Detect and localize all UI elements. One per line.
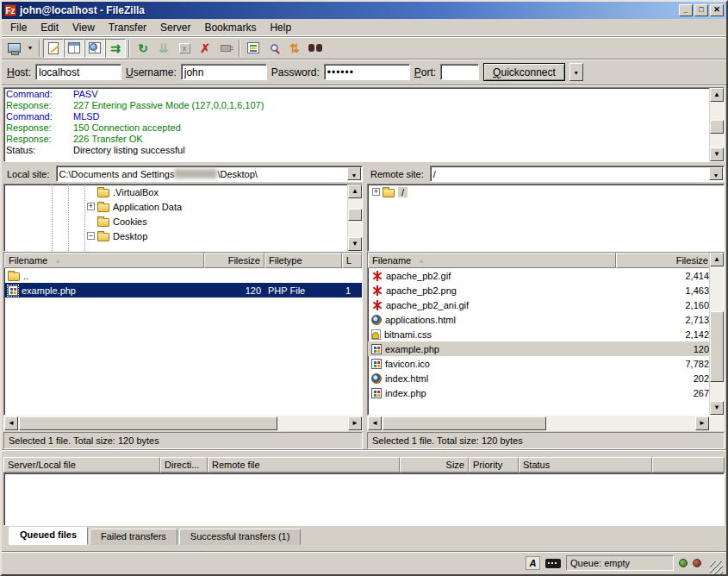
menu-server[interactable]: Server: [153, 20, 197, 35]
minimize-button[interactable]: _: [679, 4, 693, 16]
maximize-button[interactable]: □: [694, 4, 708, 16]
file-row[interactable]: apache_pb2_ani.gif 2,160: [368, 297, 724, 312]
file-row[interactable]: applications.html 2,713: [368, 312, 724, 327]
scroll-left-button[interactable]: ◄: [4, 416, 18, 430]
synchronized-browsing-button[interactable]: ⇅: [284, 39, 305, 58]
resize-grip[interactable]: [710, 561, 723, 574]
combo-dropdown-button[interactable]: ▼: [347, 167, 361, 180]
scroll-right-button[interactable]: ►: [695, 416, 709, 430]
column-header-direction[interactable]: Directi...: [160, 457, 208, 473]
password-label: Password:: [271, 66, 320, 78]
tree-item-desktop[interactable]: − Desktop: [4, 229, 362, 243]
scroll-right-button[interactable]: ►: [348, 416, 362, 430]
menu-bookmarks[interactable]: Bookmarks: [197, 20, 263, 35]
username-input[interactable]: [181, 64, 267, 80]
file-row[interactable]: apache_pb2.gif 2,414: [368, 268, 724, 283]
file-row[interactable]: index.php 267: [368, 385, 724, 400]
scroll-up-button[interactable]: ▲: [710, 88, 724, 102]
file-row[interactable]: apache_pb2.png 1,463: [368, 283, 724, 297]
remote-path-combobox[interactable]: / ▼: [430, 166, 725, 182]
column-header-size[interactable]: Size: [400, 457, 469, 473]
column-header-lastmodified[interactable]: L: [342, 253, 362, 268]
tab-failed-transfers[interactable]: Failed transfers: [90, 529, 177, 545]
local-tree-scrollbar[interactable]: ▲ ▼: [347, 185, 362, 251]
toggle-local-tree-button[interactable]: [64, 39, 84, 58]
tree-expander[interactable]: +: [372, 188, 380, 196]
compare-directories-button[interactable]: [264, 39, 284, 58]
toolbar-separator: [128, 40, 130, 57]
menu-help[interactable]: Help: [263, 20, 298, 35]
tab-queued-files[interactable]: Queued files: [9, 527, 88, 545]
scroll-down-button[interactable]: ▼: [710, 147, 724, 161]
column-header-status[interactable]: Status: [519, 457, 652, 473]
scroll-left-button[interactable]: ◄: [368, 416, 382, 430]
column-header-filetype[interactable]: Filetype: [264, 253, 342, 268]
scroll-down-button[interactable]: ▼: [348, 237, 362, 251]
local-selection-status: Selected 1 file. Total size: 120 bytes: [3, 432, 363, 449]
quickconnect-button[interactable]: Quickconnect: [483, 63, 565, 81]
refresh-button[interactable]: ↻: [133, 39, 153, 58]
remote-list-hscrollbar[interactable]: ◄ ►: [367, 416, 725, 431]
file-row-parent-dir[interactable]: ..: [4, 268, 362, 283]
tab-successful-transfers[interactable]: Successful transfers (1): [179, 529, 302, 545]
file-name: apache_pb2.gif: [386, 271, 451, 281]
tree-item-cookies[interactable]: Cookies: [4, 214, 362, 229]
tree-expander[interactable]: +: [87, 203, 95, 210]
tree-expander[interactable]: −: [87, 232, 95, 240]
scroll-thumb[interactable]: [19, 416, 277, 430]
title-bar[interactable]: Fz john@localhost - FileZilla _ □ ✕: [2, 2, 726, 19]
remote-list-scrollbar[interactable]: ▲ ▼: [709, 253, 724, 415]
menu-transfer[interactable]: Transfer: [102, 20, 153, 35]
column-header-filename[interactable]: Filename▲: [368, 253, 616, 268]
file-row[interactable]: index.html 202: [368, 371, 724, 385]
file-row[interactable]: bitnami.css 2,142: [368, 327, 724, 341]
close-button[interactable]: ✕: [710, 4, 724, 16]
combo-dropdown-button[interactable]: ▼: [709, 167, 723, 180]
local-path-prefix: C:\Documents and Settings: [59, 169, 175, 179]
tree-item-virtualbox[interactable]: .VirtualBox: [4, 185, 362, 199]
menu-view[interactable]: View: [65, 20, 102, 35]
column-header-remote-file[interactable]: Remote file: [208, 457, 400, 473]
column-header-filename[interactable]: Filename▲: [4, 253, 204, 268]
scroll-up-button[interactable]: ▲: [710, 253, 724, 266]
log-scrollbar[interactable]: ▲ ▼: [709, 88, 724, 161]
disconnect-button[interactable]: ✗: [195, 39, 215, 58]
menu-edit[interactable]: Edit: [34, 20, 65, 35]
queue-list-empty[interactable]: [3, 473, 725, 526]
reconnect-button[interactable]: [215, 39, 236, 58]
queue-splitter[interactable]: [2, 449, 726, 457]
port-input[interactable]: [440, 64, 479, 80]
tree-item-application-data[interactable]: + Application Data: [4, 199, 362, 214]
toggle-queue-button[interactable]: ⇉: [105, 39, 126, 58]
site-manager-dropdown[interactable]: ▼: [24, 39, 36, 58]
process-queue-button[interactable]: ⇊: [153, 39, 174, 58]
menu-file[interactable]: File: [3, 20, 34, 35]
file-row[interactable]: favicon.ico 7,782: [368, 356, 724, 371]
cancel-button[interactable]: x: [174, 39, 195, 58]
scroll-down-button[interactable]: ▼: [710, 401, 724, 415]
toggle-log-button[interactable]: [43, 39, 64, 58]
password-input[interactable]: [324, 64, 410, 80]
transfer-type-ascii-icon: A: [526, 556, 540, 570]
toggle-remote-tree-button[interactable]: [84, 39, 105, 58]
column-header-filesize[interactable]: Filesize: [204, 253, 264, 268]
local-list-hscrollbar[interactable]: ◄ ►: [3, 416, 363, 431]
host-input[interactable]: [35, 64, 121, 80]
quickconnect-dropdown[interactable]: ▼: [569, 63, 583, 81]
filter-button[interactable]: [243, 39, 264, 58]
find-files-button[interactable]: [305, 39, 326, 58]
scroll-thumb[interactable]: [710, 311, 724, 382]
local-path-combobox[interactable]: C:\Documents and Settings\Desktop\ ▼: [56, 166, 363, 182]
site-manager-button[interactable]: [3, 39, 24, 58]
tree-item-root[interactable]: + /: [368, 185, 724, 199]
scroll-thumb[interactable]: [348, 209, 362, 221]
column-header-filesize[interactable]: Filesize: [616, 253, 712, 268]
scroll-thumb[interactable]: [710, 120, 724, 134]
scroll-thumb[interactable]: [383, 416, 546, 430]
column-header-server-local-file[interactable]: Server/Local file: [3, 457, 160, 473]
scroll-up-button[interactable]: ▲: [348, 185, 362, 198]
column-header-priority[interactable]: Priority: [469, 457, 519, 473]
file-row-example-php-selected[interactable]: example.php 120 PHP File 1: [4, 283, 362, 297]
file-row-example-php-selected[interactable]: example.php 120: [368, 341, 724, 356]
file-type: [264, 268, 342, 283]
